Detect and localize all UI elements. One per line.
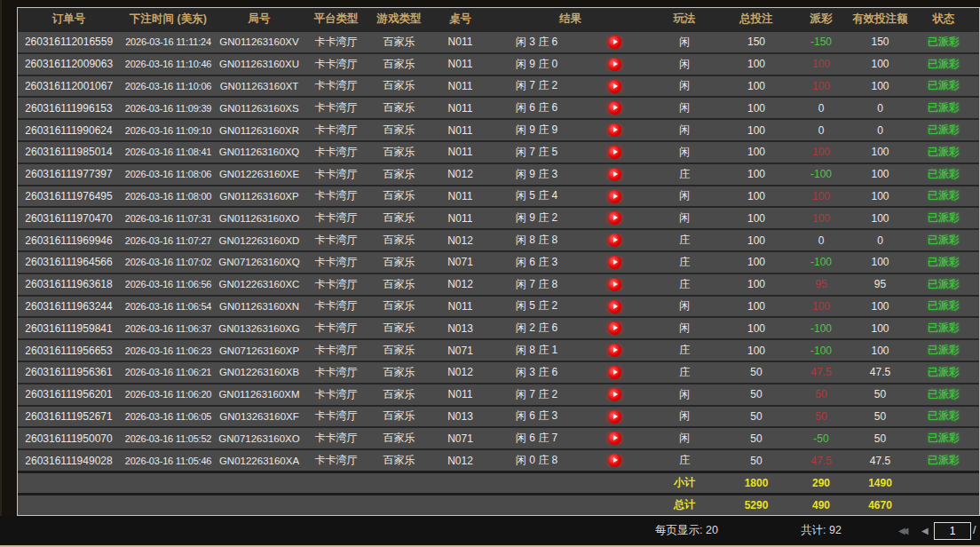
video-replay-icon[interactable]	[608, 190, 621, 203]
platform-cell: 卡卡湾厅	[302, 78, 370, 93]
payout-cell: 100	[792, 190, 850, 202]
game-type-cell: 百家乐	[370, 233, 428, 248]
result-cell: 闲 9 庄 0	[493, 57, 581, 72]
play-type-cell: 闲	[648, 298, 721, 313]
platform-cell: 卡卡湾厅	[302, 100, 370, 115]
table-row: 2603161119598412026-03-16 11:06:37GN0132…	[18, 316, 979, 338]
valid-bet-cell: 50	[850, 432, 910, 445]
table-row: 2603161119645662026-03-16 11:07:02GN0712…	[18, 250, 979, 273]
payout-cell: 0	[792, 234, 850, 247]
valid-bet-cell: 100	[850, 300, 910, 313]
video-replay-icon[interactable]	[608, 432, 621, 445]
play-type-cell: 庄	[648, 255, 721, 270]
valid-bet-cell: 100	[850, 58, 910, 70]
column-header-order_id: 订单号	[18, 12, 120, 27]
round-id-cell: GN012263160XB	[217, 367, 302, 377]
order-id-cell: 260316112016559	[18, 36, 120, 48]
total-bet-cell: 100	[721, 58, 792, 70]
column-header-payout: 派彩	[792, 12, 850, 27]
round-id-cell: GN013263160XF	[217, 411, 302, 422]
play-type-cell: 闲	[648, 78, 721, 93]
payout-cell: 100	[792, 146, 850, 158]
table-no-cell: N011	[428, 190, 493, 202]
video-replay-icon[interactable]	[608, 234, 621, 247]
video-replay-icon[interactable]	[608, 80, 621, 93]
payout-cell: 0	[792, 102, 850, 115]
table-row: 2603161119704702026-03-16 11:07:31GN0112…	[18, 206, 979, 228]
status-badge: 已派彩	[910, 255, 977, 270]
video-replay-icon[interactable]	[608, 344, 621, 357]
table-row: 2603161119632442026-03-16 11:06:54GN0112…	[18, 295, 979, 317]
video-replay-icon[interactable]	[608, 123, 621, 137]
column-header-bet_time: 下注时间 (美东)	[120, 12, 217, 27]
bet-time-cell: 2026-03-16 11:06:20	[120, 389, 217, 400]
bet-time-cell: 2026-03-16 11:10:06	[120, 81, 217, 91]
round-id-cell: GN071263160XP	[217, 345, 302, 356]
video-replay-icon[interactable]	[608, 146, 621, 159]
result-cell: 闲 8 庄 8	[493, 233, 581, 248]
prev-page-icon[interactable]: ◀	[921, 516, 929, 545]
video-cell	[581, 256, 648, 269]
result-cell: 闲 9 庄 9	[493, 123, 581, 138]
total-bet-cell: 100	[721, 168, 792, 180]
table-no-cell: N012	[428, 278, 493, 290]
result-cell: 闲 3 庄 6	[493, 365, 581, 380]
bet-time-cell: 2026-03-16 11:05:46	[120, 456, 217, 466]
play-type-cell: 庄	[648, 233, 721, 248]
video-replay-icon[interactable]	[608, 168, 621, 181]
status-badge: 已派彩	[910, 35, 977, 50]
first-page-icon[interactable]: ◀◀	[898, 516, 905, 545]
video-replay-icon[interactable]	[608, 278, 621, 291]
bet-time-cell: 2026-03-16 11:08:06	[120, 169, 217, 179]
page-number-input[interactable]	[934, 522, 971, 540]
video-replay-icon[interactable]	[608, 256, 621, 269]
bet-time-cell: 2026-03-16 11:09:10	[120, 125, 217, 136]
column-header-result: 结果	[493, 12, 648, 27]
result-cell: 闲 6 庄 3	[493, 255, 581, 270]
play-type-cell: 闲	[648, 408, 721, 424]
game-type-cell: 百家乐	[370, 167, 428, 182]
result-cell: 闲 0 庄 8	[493, 453, 581, 468]
video-replay-icon[interactable]	[608, 101, 621, 115]
table-row: 2603161119906242026-03-16 11:09:10GN0112…	[18, 118, 979, 140]
round-id-cell: GN012263160XA	[217, 456, 302, 466]
video-replay-icon[interactable]	[608, 454, 621, 467]
total-bet-cell: 100	[721, 300, 792, 313]
column-header-game_type: 游戏类型	[370, 12, 428, 27]
table-no-cell: N013	[428, 410, 493, 423]
platform-cell: 卡卡湾厅	[302, 387, 370, 402]
result-cell: 闲 7 庄 2	[493, 387, 581, 402]
result-cell: 闲 5 庄 2	[493, 298, 581, 313]
video-replay-icon[interactable]	[608, 211, 621, 225]
status-badge: 已派彩	[910, 100, 977, 115]
game-type-cell: 百家乐	[370, 431, 428, 446]
status-badge: 已派彩	[910, 453, 977, 468]
game-type-cell: 百家乐	[370, 188, 428, 203]
video-replay-icon[interactable]	[608, 366, 621, 379]
table-no-cell: N011	[428, 212, 493, 225]
video-replay-icon[interactable]	[608, 58, 621, 71]
result-cell: 闲 7 庄 8	[493, 277, 581, 292]
total-bet-cell: 50	[721, 432, 792, 445]
video-replay-icon[interactable]	[608, 36, 621, 49]
summary-payout: 490	[792, 499, 850, 511]
platform-cell: 卡卡湾厅	[302, 277, 370, 292]
video-replay-icon[interactable]	[608, 300, 621, 313]
grand-total-row: 总计52904904670	[18, 493, 979, 515]
video-replay-icon[interactable]	[608, 321, 621, 335]
order-id-cell: 260316111976495	[18, 190, 120, 202]
status-badge: 已派彩	[910, 233, 977, 248]
play-type-cell: 闲	[648, 321, 721, 336]
payout-cell: -150	[792, 36, 850, 48]
total-bet-cell: 100	[721, 146, 792, 158]
payout-cell: 47.5	[792, 455, 850, 467]
table-row: 2603161119773972026-03-16 11:08:06GN0122…	[18, 163, 979, 185]
table-row: 2603161119562012026-03-16 11:06:20GN0112…	[18, 383, 979, 405]
platform-cell: 卡卡湾厅	[302, 145, 370, 160]
table-row: 2603161119526712026-03-16 11:06:05GN0132…	[18, 405, 979, 427]
video-replay-icon[interactable]	[608, 410, 621, 424]
play-type-cell: 庄	[648, 167, 721, 182]
payout-cell: -100	[792, 345, 850, 357]
payout-cell: 0	[792, 124, 850, 137]
video-replay-icon[interactable]	[608, 388, 621, 401]
